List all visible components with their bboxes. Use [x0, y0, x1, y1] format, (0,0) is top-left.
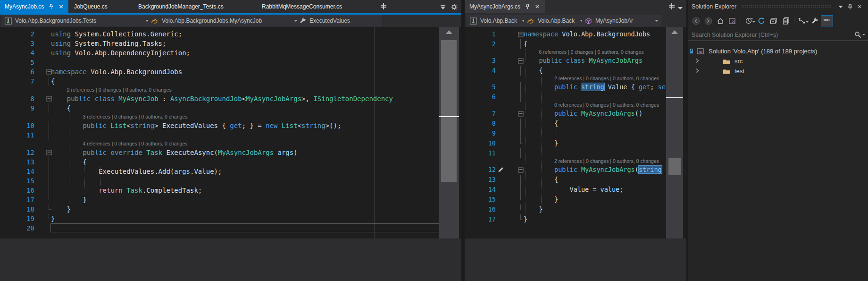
back-icon[interactable] — [690, 15, 702, 26]
scroll-up-arrow-icon[interactable] — [671, 30, 678, 34]
left-editor-scrollbar[interactable] — [439, 27, 459, 238]
preview-selected-items-icon[interactable] — [821, 15, 833, 26]
search-icon[interactable] — [854, 31, 868, 38]
code-line[interactable]: 19} — [0, 214, 461, 223]
chevron-collapsed-icon[interactable] — [694, 68, 701, 74]
code-line[interactable]: 16 } — [465, 204, 686, 214]
code-line[interactable]: 8 { — [465, 119, 686, 128]
collapse-box-icon[interactable] — [518, 32, 523, 37]
fold-margin[interactable] — [517, 204, 524, 214]
tree-item-test[interactable]: test — [688, 66, 868, 76]
codelens-row[interactable]: 2 references | 0 changes | 0 authors, 0 … — [0, 86, 461, 94]
tree-item-src[interactable]: src — [688, 56, 868, 66]
fold-margin[interactable] — [517, 92, 524, 102]
code-line[interactable]: 9 { — [0, 103, 461, 113]
code-line[interactable]: 5 public string Value { get; set; } — [465, 82, 686, 92]
fold-margin[interactable] — [46, 176, 52, 186]
fold-margin[interactable] — [517, 195, 524, 204]
tab-backgroundjobmanager-tests-cs[interactable]: BackgroundJobManager_Tests.cs — [134, 0, 228, 13]
code-line[interactable]: 15 } — [465, 195, 686, 204]
code-line[interactable]: 2{ — [465, 39, 686, 49]
codelens-row[interactable]: 2 references | 0 changes | 0 authors, 0 … — [465, 158, 686, 165]
code-line[interactable]: 12 public MyAsyncJobArgs(string — [465, 165, 686, 175]
tab-myasyncjob-cs[interactable]: MyAsyncJob.cs× — [0, 0, 68, 13]
code-line[interactable]: 6namespace Volo.Abp.BackgroundJobs — [0, 67, 461, 77]
nav-project-dropdown[interactable]: Volo.Abp.BackgroundJobs.Tests — [2, 15, 152, 26]
code-line[interactable]: 1namespace Volo.Abp.BackgroundJobs — [465, 29, 686, 39]
pin-icon[interactable] — [525, 4, 530, 9]
properties-wrench-icon[interactable] — [809, 15, 821, 26]
switch-views-icon[interactable]: ∞ — [726, 15, 739, 26]
solution-explorer-titlebar[interactable]: Solution Explorer × — [688, 0, 868, 13]
nav-member-dropdown[interactable]: MyAsyncJobAr — [582, 15, 661, 26]
code-line[interactable]: 3using System.Threading.Tasks; — [0, 39, 461, 48]
fold-margin[interactable] — [517, 185, 524, 195]
nav-type-dropdown[interactable]: Volo.Abp.BackgroundJobs.MyAsyncJob — [148, 15, 300, 26]
fold-margin[interactable] — [517, 138, 524, 148]
fold-margin[interactable] — [517, 109, 524, 119]
code-line[interactable]: 9 — [465, 128, 686, 138]
codelens-row[interactable]: 2 references | 0 changes | 0 authors, 0 … — [465, 76, 686, 82]
nav-project-dropdown[interactable]: Volo.Abp.Back — [467, 15, 528, 26]
tab-jobqueue-cs[interactable]: JobQueue.cs — [69, 0, 112, 13]
tab-rabbitmqmessageconsumer-cs[interactable]: RabbitMqMessageConsumer.cs — [257, 0, 347, 13]
code-line[interactable]: 7 public MyAsyncJobArgs() — [465, 109, 686, 119]
split-window-button[interactable] — [666, 1, 678, 11]
code-line[interactable]: 4using Volo.Abp.DependencyInjection; — [0, 48, 461, 58]
tab-overflow-icon[interactable] — [439, 3, 447, 11]
code-editor-left[interactable]: 2using System.Collections.Generic;3using… — [0, 27, 461, 238]
collapse-box-icon[interactable] — [518, 58, 523, 63]
right-editor-scrollbar[interactable] — [666, 27, 683, 238]
code-line[interactable]: 11 — [465, 148, 686, 158]
code-line[interactable]: 7{ — [0, 77, 461, 86]
fold-margin[interactable] — [517, 82, 524, 92]
fold-margin[interactable] — [517, 214, 524, 224]
pending-changes-filter-icon[interactable] — [743, 15, 755, 26]
scrollbar-thumb[interactable] — [441, 40, 457, 182]
scroll-up-arrow-icon[interactable] — [446, 30, 452, 34]
code-line[interactable]: 2using System.Collections.Generic; — [0, 29, 461, 39]
nav-member-dropdown[interactable]: ExecutedValues — [297, 15, 382, 26]
pin-icon[interactable] — [845, 2, 855, 11]
fold-margin[interactable] — [517, 165, 524, 175]
close-icon[interactable]: × — [855, 2, 864, 11]
codelens-row[interactable]: 6 references | 0 changes | 0 authors, 0 … — [465, 49, 686, 56]
code-line[interactable]: 13 { — [465, 175, 686, 185]
code-line[interactable]: 8 public class MyAsyncJob : AsyncBackgro… — [0, 94, 461, 103]
chevron-collapsed-icon[interactable] — [694, 58, 701, 64]
fold-margin[interactable] — [517, 119, 524, 128]
forward-icon[interactable] — [702, 15, 714, 26]
nav-type-dropdown[interactable]: Volo.Abp.Back — [524, 15, 586, 26]
split-window-button[interactable] — [377, 1, 390, 11]
fold-margin[interactable] — [517, 39, 524, 49]
code-line[interactable]: 4 { — [465, 66, 686, 76]
scrollbar-thumb[interactable] — [668, 158, 681, 175]
sync-with-active-document-icon[interactable] — [796, 15, 809, 26]
code-line[interactable]: 3 public class MyAsyncJobArgs — [465, 56, 686, 66]
window-position-icon[interactable] — [836, 2, 845, 11]
home-icon[interactable] — [714, 15, 726, 26]
close-icon[interactable]: × — [534, 4, 540, 9]
refresh-icon[interactable] — [755, 15, 768, 26]
collapse-box-icon[interactable] — [518, 167, 523, 172]
tab-myasyncjobargs-cs[interactable]: MyAsyncJobArgs.cs× — [465, 0, 545, 13]
code-line[interactable]: 14 Value = value; — [465, 185, 686, 195]
code-line[interactable]: 6 — [465, 92, 686, 102]
fold-margin[interactable] — [517, 175, 524, 185]
code-line[interactable]: 17} — [465, 214, 686, 224]
tree-item-solution[interactable]: ∞Solution 'Volo.Abp' (189 of 189 project… — [688, 46, 868, 56]
fold-margin[interactable] — [517, 29, 524, 39]
fold-margin[interactable] — [517, 128, 524, 138]
fold-margin[interactable] — [46, 130, 52, 140]
fold-margin[interactable] — [517, 148, 524, 158]
close-icon[interactable]: × — [58, 4, 64, 9]
pin-icon[interactable] — [48, 4, 54, 9]
codelens-row[interactable]: 0 references | 0 changes | 0 authors, 0 … — [465, 102, 686, 109]
fold-margin[interactable] — [517, 56, 524, 66]
group-divider[interactable] — [461, 0, 465, 281]
code-line[interactable]: 10 } — [465, 138, 686, 148]
show-all-files-icon[interactable] — [780, 15, 792, 26]
fold-margin[interactable] — [517, 66, 524, 76]
collapse-box-icon[interactable] — [518, 111, 523, 116]
settings-gear-icon[interactable] — [450, 3, 459, 11]
